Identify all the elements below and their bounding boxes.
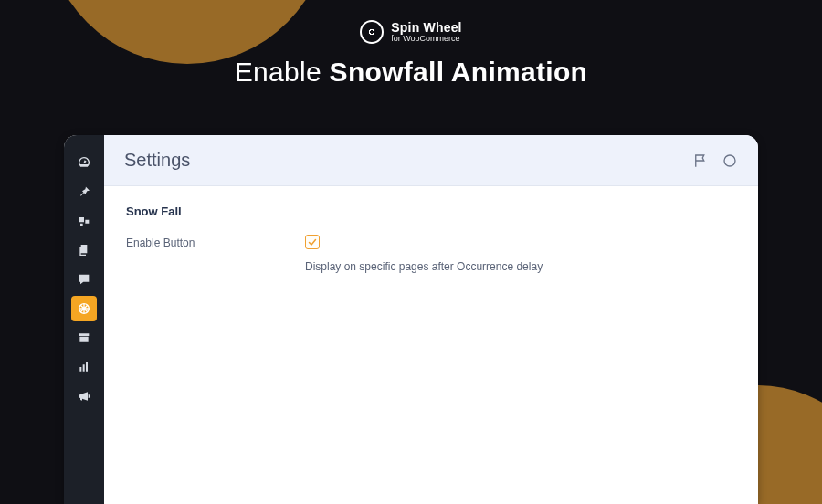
settings-body: Snow Fall Enable Button Display on speci… (104, 186, 758, 291)
brand-subtitle: for WooCommerce (391, 35, 461, 43)
megaphone-icon (77, 389, 91, 404)
content-area: Settings Snow Fall Enable Button Display… (104, 135, 758, 504)
sidebar-item-dashboard[interactable] (71, 150, 97, 175)
spinwheel-logo-icon (360, 20, 384, 44)
field-label: Enable Button (126, 235, 305, 249)
check-icon (307, 236, 318, 247)
page-header: Settings (104, 135, 758, 186)
hero-title-light: Enable (235, 57, 330, 87)
sidebar-item-marketing[interactable] (71, 383, 97, 409)
svg-point-1 (724, 155, 735, 166)
field-enable-button: Enable Button Display on specific pages … (126, 235, 736, 273)
section-title: Snow Fall (126, 205, 736, 218)
sidebar-item-analytics[interactable] (71, 354, 97, 380)
help-button[interactable] (722, 152, 738, 169)
chart-icon (77, 360, 91, 374)
sidebar-item-spinwheel[interactable] (71, 296, 97, 321)
comment-icon (77, 272, 91, 287)
archive-icon (77, 331, 91, 345)
gauge-icon (77, 155, 91, 170)
app-panel: Settings Snow Fall Enable Button Display… (64, 135, 758, 504)
sidebar-item-archive[interactable] (71, 325, 97, 351)
field-control: Display on specific pages after Occurren… (305, 235, 736, 273)
hero-title: Enable Snowfall Animation (0, 57, 822, 88)
sidebar-item-media[interactable] (71, 208, 97, 234)
pages-icon (77, 243, 91, 257)
flag-button[interactable] (692, 152, 709, 169)
page-title: Settings (124, 150, 190, 171)
enable-checkbox[interactable] (305, 235, 320, 249)
admin-sidebar (64, 135, 104, 504)
circle-icon (722, 152, 738, 169)
brand-title: Spin Wheel (391, 21, 461, 35)
sidebar-item-pages[interactable] (71, 237, 97, 263)
hero: Spin Wheel for WooCommerce Enable Snowfa… (0, 0, 822, 88)
hero-title-bold: Snowfall Animation (330, 57, 588, 87)
sidebar-item-comments[interactable] (71, 267, 97, 292)
wheel-icon (77, 301, 91, 316)
sidebar-item-pin[interactable] (71, 179, 97, 205)
brand-logo: Spin Wheel for WooCommerce (360, 20, 461, 44)
media-icon (77, 214, 91, 228)
flag-icon (692, 152, 709, 169)
pin-icon (77, 184, 91, 199)
header-actions (692, 152, 738, 169)
field-description: Display on specific pages after Occurren… (305, 260, 736, 273)
